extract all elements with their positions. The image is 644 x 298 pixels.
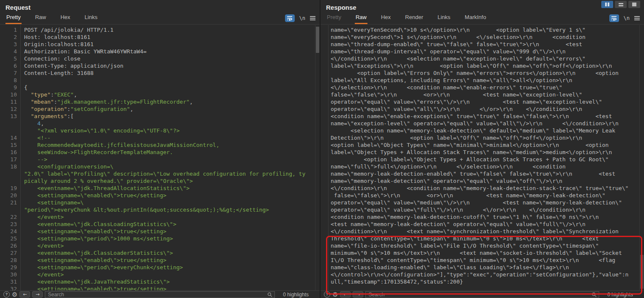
response-code-line: name=\"full\">full<\/option>\r\n <\/sele… [321, 163, 644, 170]
request-highlights-count: 0 highlights [283, 292, 309, 298]
response-code-line: name=\"thread-dump-enabled\" true=\"fals… [321, 41, 644, 48]
response-panel: Response PrettyRawHexRenderLinksMarkInfo… [321, 0, 644, 298]
request-tabbar: PrettyRawHexLinks \n [0, 14, 320, 25]
response-code-line: label=\"Object Types + Allocation Stack … [321, 149, 644, 156]
tab-links[interactable]: Links [84, 14, 98, 24]
request-code-line: 18 <configurationversion=\ [0, 163, 320, 170]
response-code-line: label=\"All Exceptions, including Errors… [321, 77, 644, 84]
response-code: name=\"everyTenSecond\">10 s<\/option>\r… [321, 26, 644, 285]
search-next-button[interactable]: → [32, 291, 43, 298]
request-scrollbar[interactable] [315, 25, 320, 290]
request-panel: Request PrettyRawHexLinks \n 1POST /api/… [0, 0, 320, 298]
response-code-line: ull,"timestamp":1701358472,"status":200} [321, 278, 644, 285]
request-tabs: PrettyRawHexLinks [5, 14, 98, 24]
request-code-line: 24 <settingname=\"enabled\">true</settin… [0, 228, 320, 235]
request-code-line: 12 "operation":"setConfiguration", [0, 105, 320, 113]
response-highlights-count: 0 highlights [607, 292, 633, 298]
tab-raw[interactable]: Raw [34, 14, 47, 24]
response-tabbar: PrettyRawHexRenderLinksMarkInfo \n [321, 14, 644, 25]
search-prev-button[interactable]: ← [340, 291, 351, 298]
help-icon[interactable]: ? [324, 291, 330, 298]
word-wrap-toggle[interactable] [609, 14, 619, 22]
tab-pretty[interactable]: Pretty [5, 14, 22, 24]
response-code-line: <\/condition>\r\n <text name=\"synchroni… [321, 228, 644, 235]
response-code-line: name=\"everySecond\">1 s<\/option>\r\n <… [321, 33, 644, 41]
show-newlines-toggle[interactable]: \n [624, 15, 630, 21]
tab-hex[interactable]: Hex [60, 14, 71, 24]
request-code-line: 23 <eventname=\"jdk.ClassLoadingStatisti… [0, 221, 320, 228]
request-code-line: 1POST /api/jolokia/ HTTP/1.1 [0, 26, 320, 33]
tab-hex[interactable]: Hex [380, 14, 392, 24]
response-code-line: <condition name=\"memory-leak-detection-… [321, 213, 644, 221]
response-code-line: name=\"exception-level\" operator=\"equa… [321, 120, 644, 127]
request-code-line: 8 [0, 77, 320, 84]
repeater-window: Request PrettyRawHexLinks \n 1POST /api/… [0, 0, 644, 298]
request-code-line: 28 <settingname=\"enabled\">true</settin… [0, 257, 320, 264]
response-code-line: name=\"thread-dump-interval\" operator=\… [321, 48, 644, 55]
request-code-line: 5Connection: close [0, 55, 320, 62]
response-code-line: operator=\"equal\" value=\"full\"\/>\r\n… [321, 206, 644, 213]
request-code-line: 15 Recommendedwaytoedit.jfcfilesistouseJ… [0, 141, 320, 149]
editor-menu-icon[interactable] [634, 16, 640, 20]
request-search-input[interactable] [45, 292, 274, 298]
request-code-line: 30 </event> [0, 271, 320, 278]
request-code-line: 7Content-Length: 31688 [0, 69, 320, 77]
settings-gear-icon[interactable]: ⚙ [332, 291, 338, 298]
tab-links[interactable]: Links [437, 14, 451, 24]
request-code-line: 17 --> [0, 156, 320, 163]
request-code-line: 4Authorization: Basic YWRtaW46YWRtaW4= [0, 48, 320, 55]
response-code-line: <option label=\"Errors Only\" name=\"err… [321, 69, 644, 77]
response-code-line: I\/O Threshold\" contentType=\"timespan\… [321, 257, 644, 264]
settings-gear-icon[interactable]: ⚙ [12, 291, 17, 298]
response-code-line: Threshold\" contentType=\"timespan\" min… [321, 235, 644, 242]
request-editor[interactable]: 1POST /api/jolokia/ HTTP/1.12Host: local… [0, 25, 320, 290]
tab-pretty[interactable]: Pretty [326, 14, 342, 24]
response-search-input[interactable] [366, 292, 599, 298]
tab-render[interactable]: Render [404, 14, 424, 24]
request-code-line: 32 <settingname=\"enabled\">true</settin… [0, 285, 320, 290]
response-code-line: operator=\"equal\" value=\"medium\"\/>\r… [321, 199, 644, 206]
response-scrollbar-thumb[interactable] [640, 255, 644, 289]
request-scrollbar-thumb[interactable] [316, 27, 319, 53]
response-editor[interactable]: name=\"everyTenSecond\">10 s<\/option>\r… [321, 25, 644, 290]
request-code-line: 10 "type":"EXEC", [0, 91, 320, 98]
split-vertical-button[interactable] [601, 1, 613, 8]
request-code-line: "<?xml version=\"1.0\" encoding=\"UTF-8\… [0, 127, 320, 134]
response-code-line: name=\"memory-leak-detection-enabled\" t… [321, 170, 644, 177]
response-code-line: <\/control>\r\n<\/configuration>"],"type… [321, 271, 644, 278]
response-code-line: Detection\">\r\n <option label=\"Off\" n… [321, 134, 644, 141]
tab-markinfo[interactable]: MarkInfo [464, 14, 487, 24]
request-panel-title: Request [5, 4, 30, 11]
request-code-line: 14 <!-- [0, 134, 320, 141]
response-code-line: false=\"false\">\r\n <or>\r\n <test name… [321, 91, 644, 98]
request-code-line: 11 "mbean":"jdk.management.jfr:type=Flig… [0, 98, 320, 105]
request-code-line: "period\">everyChunk &lt;%out.printIn(&q… [0, 206, 320, 213]
request-code-line: 26 </event> [0, 242, 320, 249]
request-code-line: 16 seeWindow->FlightRecorderTemplateMana… [0, 149, 320, 156]
response-code-line: minimum=\"0 s\">10 ms<\/text>\r\n <text … [321, 249, 644, 257]
request-code-line: 3Origin:localhost:8161 [0, 41, 320, 48]
single-pane-button[interactable] [628, 1, 640, 8]
split-horizontal-button[interactable] [615, 1, 627, 8]
request-code-line: 6Content-Type: application/json [0, 62, 320, 69]
response-code-line: <option label=\"Object Types\" name=\"mi… [321, 141, 644, 149]
request-code-line: 21 <settingname=\ [0, 199, 320, 206]
search-next-button[interactable]: → [353, 291, 363, 298]
search-prev-button[interactable]: ← [19, 291, 30, 298]
response-scrollbar[interactable] [639, 25, 644, 290]
editor-menu-icon[interactable] [310, 16, 315, 20]
response-code-line: <\/condition>\r\n <selection name=\"exce… [321, 55, 644, 62]
response-tabs: PrettyRawHexRenderLinksMarkInfo [326, 14, 487, 24]
word-wrap-icon [287, 16, 293, 21]
help-icon[interactable]: ? [3, 291, 10, 298]
request-code-line: 20 <settingname=\"enabled\">true</settin… [0, 192, 320, 199]
word-wrap-toggle[interactable] [285, 14, 295, 22]
request-code-line: 4, [0, 120, 320, 127]
tab-raw[interactable]: Raw [355, 14, 367, 24]
search-icon [592, 292, 597, 297]
response-code-line: label=\"Exceptions\">\r\n <option label=… [321, 62, 644, 69]
response-searchbar: ? ⚙ ← → 0 highlights [321, 290, 644, 298]
request-code-line: 2Host: localhost:8161 [0, 33, 320, 41]
show-newlines-toggle[interactable]: \n [299, 15, 305, 21]
request-search-field [45, 291, 275, 298]
